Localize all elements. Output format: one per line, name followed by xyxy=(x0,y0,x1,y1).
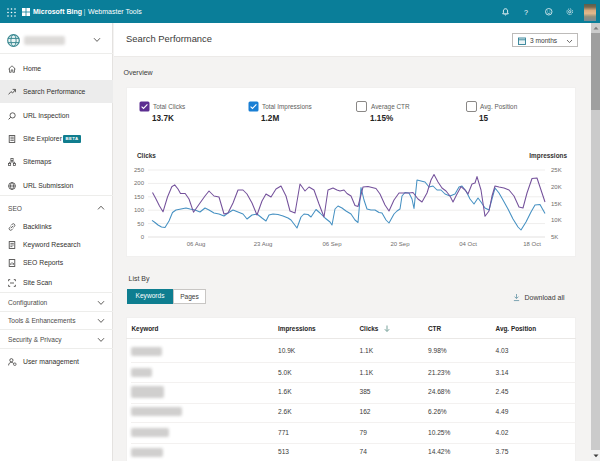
svg-text:18 Oct: 18 Oct xyxy=(523,241,541,247)
svg-text:10K: 10K xyxy=(551,217,562,223)
svg-text:06 Aug: 06 Aug xyxy=(187,241,206,247)
svg-text:25K: 25K xyxy=(551,167,562,173)
svg-text:150: 150 xyxy=(134,194,145,200)
svg-text:23 Aug: 23 Aug xyxy=(254,241,273,247)
svg-text:20 Sep: 20 Sep xyxy=(390,241,410,247)
svg-text:5K: 5K xyxy=(551,234,558,240)
svg-text:50: 50 xyxy=(137,221,144,227)
svg-text:100: 100 xyxy=(134,207,145,213)
svg-text:04 Oct: 04 Oct xyxy=(459,241,477,247)
svg-text:250: 250 xyxy=(134,167,145,173)
svg-text:Impressions: Impressions xyxy=(529,152,567,160)
svg-text:20K: 20K xyxy=(551,184,562,190)
svg-text:Clicks: Clicks xyxy=(137,152,156,159)
svg-text:200: 200 xyxy=(134,180,145,186)
svg-text:0: 0 xyxy=(141,234,145,240)
svg-text:06 Sep: 06 Sep xyxy=(322,241,342,247)
svg-text:15K: 15K xyxy=(551,201,562,207)
